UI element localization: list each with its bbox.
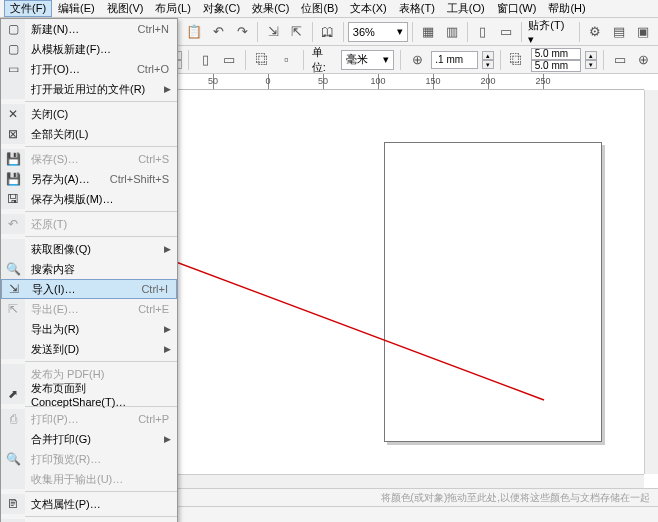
zoom-level[interactable]: 36%▾ — [348, 22, 408, 42]
menu-item[interactable]: 🖫保存为模版(M)… — [1, 189, 177, 209]
menu-item[interactable]: 合并打印(G)▶ — [1, 429, 177, 449]
menu-item-label: 导出为(R) — [25, 322, 169, 337]
nudge-spinner[interactable]: ▴▾ — [482, 51, 494, 69]
menu-item-icon: 🔍 — [1, 259, 25, 279]
document-page[interactable] — [384, 142, 602, 442]
menu-item[interactable]: ⬈发布页面到 ConceptShare(T)… — [1, 384, 177, 404]
menu-item-icon: ▢ — [1, 19, 25, 39]
menu-object[interactable]: 对象(C) — [197, 0, 246, 17]
menu-item: 💾保存(S)…Ctrl+S — [1, 149, 177, 169]
dup-spinner[interactable]: ▴▾ — [585, 51, 597, 69]
menu-item[interactable]: ▭打开(O)…Ctrl+O — [1, 59, 177, 79]
transform-icon[interactable]: ▭ — [495, 21, 517, 43]
menu-item-icon — [1, 239, 25, 259]
menu-item-icon — [1, 364, 25, 384]
menu-item[interactable]: 打开最近用过的文件(R)▶ — [1, 79, 177, 99]
menu-item[interactable]: ▢新建(N)…Ctrl+N — [1, 19, 177, 39]
menu-item: ⇱导出(E)…Ctrl+E — [1, 299, 177, 319]
menu-item[interactable]: 🖹文档属性(P)… — [1, 494, 177, 514]
menu-item-label: 从模板新建(F)… — [25, 42, 169, 57]
grid-icon[interactable]: ▦ — [417, 21, 439, 43]
snap-dropdown[interactable]: 贴齐(T) ▾ — [526, 18, 575, 46]
undo-icon[interactable]: ↶ — [207, 21, 229, 43]
menu-item-label: 收集用于输出(U)… — [25, 472, 169, 487]
export-icon[interactable]: ⇱ — [286, 21, 308, 43]
menu-item: 收集用于输出(U)… — [1, 469, 177, 489]
options-icon[interactable]: ⚙ — [584, 21, 606, 43]
menu-effects[interactable]: 效果(C) — [246, 0, 295, 17]
menu-table[interactable]: 表格(T) — [393, 0, 441, 17]
menu-item[interactable]: 获取图像(Q)▶ — [1, 239, 177, 259]
import-icon[interactable]: ⇲ — [262, 21, 284, 43]
menu-item-label: 打开(O)… — [25, 62, 137, 77]
nudge-icon: ⊕ — [407, 49, 427, 71]
menu-item[interactable]: 💾另存为(A)…Ctrl+Shift+S — [1, 169, 177, 189]
submenu-arrow-icon: ▶ — [164, 344, 171, 354]
menu-item[interactable]: ▢从模板新建(F)… — [1, 39, 177, 59]
menu-item-label: 还原(T) — [25, 217, 169, 232]
menu-window[interactable]: 窗口(W) — [491, 0, 543, 17]
submenu-arrow-icon: ▶ — [164, 84, 171, 94]
menu-item-icon: 🖫 — [1, 189, 25, 209]
menu-item-label: 发送到(D) — [25, 342, 169, 357]
menu-item: ↶还原(T) — [1, 214, 177, 234]
options2-icon[interactable]: ▤ — [608, 21, 630, 43]
dup-y-input[interactable]: 5.0 mm — [531, 60, 581, 72]
menu-item-shortcut: Ctrl+E — [138, 303, 177, 315]
menu-item: 🔍打印预览(R)… — [1, 449, 177, 469]
menu-item-label: 搜索内容 — [25, 262, 169, 277]
menu-item[interactable]: ⇲导入(I)…Ctrl+I — [1, 279, 177, 299]
scrollbar-vertical[interactable] — [644, 90, 658, 474]
menu-item-shortcut: Ctrl+O — [137, 63, 177, 75]
hint-text: 将颜色(或对象)拖动至此处,以便将这些颜色与文档存储在一起 — [381, 491, 658, 505]
unit-select[interactable]: 毫米▾ — [341, 50, 395, 70]
menu-item-icon: ⇱ — [1, 299, 25, 319]
menu-item-icon: ↶ — [1, 214, 25, 234]
menu-layout[interactable]: 布局(L) — [149, 0, 196, 17]
menu-item[interactable]: 发送到(D)▶ — [1, 339, 177, 359]
page-icon[interactable]: ▫ — [277, 49, 297, 71]
menu-item: ⎙打印(P)…Ctrl+P — [1, 409, 177, 429]
nudge-input[interactable]: .1 mm — [431, 51, 477, 69]
menu-text[interactable]: 文本(X) — [344, 0, 393, 17]
menu-item[interactable]: ✕关闭(C) — [1, 104, 177, 124]
menu-item-label: 打印(P)… — [25, 412, 138, 427]
guide-icon[interactable]: ▥ — [441, 21, 463, 43]
redo-icon[interactable]: ↷ — [231, 21, 253, 43]
pages-icon[interactable]: ⿻ — [252, 49, 272, 71]
menu-item[interactable]: ⊠全部关闭(L) — [1, 124, 177, 144]
menu-item-icon: 🖹 — [1, 494, 25, 514]
ruler-tick-label: 150 — [425, 76, 440, 86]
menu-bitmap[interactable]: 位图(B) — [295, 0, 344, 17]
menu-view[interactable]: 视图(V) — [101, 0, 150, 17]
menu-edit[interactable]: 编辑(E) — [52, 0, 101, 17]
menu-item-icon — [1, 79, 25, 99]
dropdown-icon: ▾ — [397, 25, 403, 38]
menu-tools[interactable]: 工具(O) — [441, 0, 491, 17]
ruler-tick-label: 0 — [265, 76, 270, 86]
menu-item-shortcut: Ctrl+N — [138, 23, 177, 35]
menu-item-icon: ✕ — [1, 104, 25, 124]
add-icon[interactable]: ⊕ — [634, 49, 654, 71]
menu-item-label: 发布页面到 ConceptShare(T)… — [25, 381, 169, 408]
dup-x-input[interactable]: 5.0 mm — [531, 48, 581, 60]
publish-icon[interactable]: 🕮 — [317, 21, 339, 43]
menu-item-label: 保存(S)… — [25, 152, 138, 167]
duplicate-icon: ⿻ — [506, 49, 526, 71]
menu-item-icon — [1, 429, 25, 449]
menu-help[interactable]: 帮助(H) — [542, 0, 591, 17]
tool-opts-icon[interactable]: ▭ — [610, 49, 630, 71]
align-icon[interactable]: ▯ — [472, 21, 494, 43]
landscape-icon[interactable]: ▭ — [219, 49, 239, 71]
menu-item[interactable]: 导出为(R)▶ — [1, 319, 177, 339]
menu-item-shortcut: Ctrl+I — [141, 283, 176, 295]
paste-icon[interactable]: 📋 — [183, 21, 205, 43]
menu-item-icon — [1, 469, 25, 489]
file-dropdown-menu: ▢新建(N)…Ctrl+N▢从模板新建(F)…▭打开(O)…Ctrl+O打开最近… — [0, 18, 178, 522]
menu-file[interactable]: 文件(F) — [4, 0, 52, 17]
menu-item-icon: 💾 — [1, 149, 25, 169]
menu-item[interactable]: 🔍搜索内容 — [1, 259, 177, 279]
launch-icon[interactable]: ▣ — [632, 21, 654, 43]
portrait-icon[interactable]: ▯ — [195, 49, 215, 71]
menu-item-icon: ⎙ — [1, 409, 25, 429]
